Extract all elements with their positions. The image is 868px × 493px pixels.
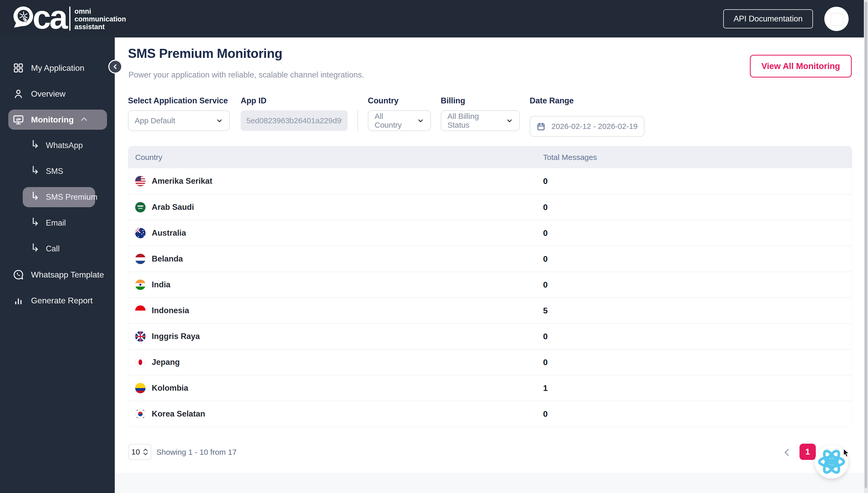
date-range-value: 2026-02-12 - 2026-02-19 (551, 122, 638, 131)
sidebar-item-label: Monitoring (31, 115, 74, 125)
country-cell: India (128, 280, 543, 290)
monitoring-table: Country Total Messages Amerika Serikat 0… (128, 146, 852, 427)
sidebar-item-whatsapp[interactable]: ↳ WhatsApp (0, 132, 115, 158)
sidebar-item-monitoring[interactable]: Monitoring (0, 107, 115, 132)
mouse-cursor (843, 449, 850, 458)
table-body: Amerika Serikat 0 Arab Saudi 0 Australia… (128, 168, 852, 427)
filter-bar: Select Application Service App Default A… (128, 96, 644, 137)
sub-item-arrow-icon: ↳ (30, 165, 40, 176)
sub-item-arrow-icon: ↳ (30, 242, 40, 253)
country-name: Inggris Raya (152, 332, 200, 341)
country-select[interactable]: All Country (368, 110, 431, 131)
table-row: India 0 (128, 272, 852, 297)
billing-select[interactable]: All Billing Status (441, 110, 520, 131)
sub-item-arrow-icon: ↳ (30, 139, 40, 150)
sidebar-item-email[interactable]: ↳ Email (0, 210, 115, 236)
sidebar-item-label: Whatsapp Template (31, 270, 104, 280)
app-service-label: Select Application Service (128, 96, 230, 105)
country-flag-icon (135, 228, 146, 238)
user-avatar[interactable] (824, 7, 849, 31)
oca-logo-graphic: ca omni communication assistant (13, 3, 129, 35)
total-messages-value: 0 (543, 202, 548, 212)
api-documentation-button[interactable]: API Documentation (723, 9, 813, 28)
page-size-select[interactable]: 10 (128, 444, 151, 460)
person-icon (13, 88, 24, 100)
country-flag-icon (135, 280, 146, 290)
country-cell: Amerika Serikat (128, 176, 543, 186)
date-range-label: Date Range (530, 96, 644, 105)
country-name: Jepang (152, 358, 180, 367)
country-name: India (152, 280, 170, 290)
whatsapp-icon (13, 269, 24, 280)
country-name: Australia (152, 229, 186, 238)
country-cell: Indonesia (128, 305, 543, 316)
country-cell: Jepang (128, 357, 543, 367)
sidebar-subitem-label: WhatsApp (46, 141, 83, 150)
country-flag-icon (135, 202, 146, 212)
view-all-monitoring-button[interactable]: View All Monitoring (750, 55, 852, 78)
table-header-row: Country Total Messages (128, 146, 852, 168)
page-1-button[interactable]: 1 (800, 444, 816, 460)
sidebar-collapse-button[interactable] (108, 60, 122, 73)
topbar-actions: API Documentation (723, 7, 849, 31)
sidebar-item-sms[interactable]: ↳ SMS (0, 158, 115, 184)
total-messages-value: 0 (543, 254, 548, 264)
country-cell: Inggris Raya (128, 331, 543, 342)
column-header-total-messages: Total Messages (543, 153, 597, 162)
scrollbar-thumb[interactable] (865, 2, 867, 488)
country-flag-icon (135, 176, 146, 186)
app-root: ca omni communication assistant API Docu… (0, 0, 868, 493)
country-cell: Kolombia (128, 383, 543, 393)
country-cell: Australia (128, 228, 543, 238)
page-title: SMS Premium Monitoring (128, 46, 282, 61)
app-id-label: App ID (241, 96, 348, 105)
page-bottom-strip (115, 473, 868, 493)
table-row: Korea Selatan 0 (128, 401, 852, 427)
chevron-left-icon (781, 447, 793, 458)
scrollbar-track (864, 0, 868, 493)
billing-filter-label: Billing (441, 96, 520, 105)
sidebar-item-label: Generate Report (31, 296, 92, 305)
country-flag-icon (135, 357, 146, 367)
sidebar-item-call[interactable]: ↳ Call (0, 236, 115, 262)
sidebar-item-my-application[interactable]: My Application (0, 55, 115, 81)
table-row: Inggris Raya 0 (128, 323, 852, 349)
sidebar-item-whatsapp-template[interactable]: Whatsapp Template (0, 262, 115, 287)
logo-tagline-line1: omni (75, 7, 91, 15)
table-row: Amerika Serikat 0 (128, 168, 852, 194)
sidebar-item-overview[interactable]: Overview (0, 81, 115, 107)
country-flag-icon (135, 331, 146, 342)
monitor-icon (13, 114, 24, 125)
sidebar-item-sms-premium[interactable]: ↳ SMS Premium (0, 184, 115, 210)
logo-tagline-line3: assistant (75, 23, 105, 31)
country-filter-value: All Country (375, 112, 412, 129)
sidebar-subitem-label: Email (46, 218, 66, 228)
country-name: Arab Saudi (152, 202, 194, 212)
react-atom-icon (817, 447, 846, 476)
sidebar-item-generate-report[interactable]: Generate Report (0, 287, 115, 314)
country-name: Indonesia (152, 306, 189, 315)
date-range-picker[interactable]: 2026-02-12 - 2026-02-19 (530, 116, 644, 137)
table-row: Jepang 0 (128, 349, 852, 375)
filter-divider (358, 110, 358, 131)
country-flag-icon (135, 305, 146, 316)
billing-filter-value: All Billing Status (447, 112, 501, 129)
total-messages-value: 0 (543, 229, 548, 238)
page-size-value: 10 (131, 448, 140, 456)
country-flag-icon (135, 383, 146, 393)
grid-icon (13, 62, 24, 73)
app-service-select[interactable]: App Default (128, 110, 230, 131)
chevron-down-icon (506, 117, 513, 124)
total-messages-value: 0 (543, 409, 548, 419)
chevron-left-icon (112, 63, 119, 70)
country-cell: Belanda (128, 254, 543, 264)
app-id-input[interactable] (241, 110, 348, 131)
country-cell: Arab Saudi (128, 202, 543, 212)
total-messages-value: 0 (543, 176, 548, 186)
total-messages-value: 0 (543, 280, 548, 290)
previous-page-button[interactable] (781, 446, 793, 459)
table-row: Australia 0 (128, 220, 852, 246)
country-name: Belanda (152, 254, 183, 263)
table-row: Belanda 0 (128, 246, 852, 272)
country-cell: Korea Selatan (128, 409, 543, 419)
